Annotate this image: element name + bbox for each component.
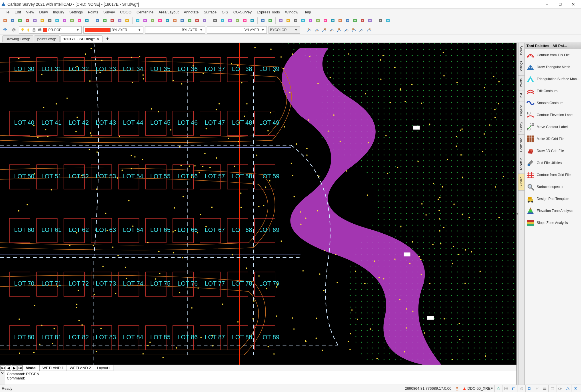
- target-button[interactable]: [300, 17, 306, 24]
- palette-tab-inquiry[interactable]: Inquiry: [518, 43, 524, 58]
- close-button[interactable]: [567, 0, 580, 9]
- wave2-button[interactable]: [352, 17, 358, 24]
- cursor-button[interactable]: [377, 17, 384, 24]
- menu-survey[interactable]: Survey: [101, 9, 117, 15]
- clock-button[interactable]: [314, 17, 321, 24]
- command-close-button[interactable]: ✕: [0, 371, 5, 385]
- palette-tab-text[interactable]: Text: [518, 90, 524, 102]
- highway-button[interactable]: [54, 17, 61, 24]
- curve-button[interactable]: [17, 17, 23, 24]
- layout-tab-layout1[interactable]: Layout1: [94, 365, 113, 371]
- layer-combo[interactable]: PR-EOP ▾: [19, 26, 82, 34]
- palette-item-grid3d[interactable]: Make 3D Grid File: [525, 133, 581, 145]
- palette-item-tri-surface[interactable]: Triangulation Surface Man...: [525, 73, 581, 85]
- status-osnap-toggle[interactable]: [525, 385, 533, 392]
- locate-button[interactable]: [9, 17, 16, 24]
- menu-cg-survey[interactable]: CG-Survey: [231, 9, 254, 15]
- palette-tab-surface[interactable]: Surface: [518, 174, 524, 191]
- menu-edit[interactable]: Edit: [12, 9, 23, 15]
- arrow-button[interactable]: [384, 17, 391, 24]
- plus-button[interactable]: [307, 17, 314, 24]
- status-grid-toggle[interactable]: [502, 385, 510, 392]
- status-model-toggle[interactable]: [548, 385, 556, 392]
- palette-item-move-label[interactable]: 1010Move Contour Label: [525, 121, 581, 133]
- osnap-tangent-button[interactable]: [328, 27, 335, 33]
- file-tab[interactable]: points.dwg*: [34, 35, 59, 42]
- layers-button[interactable]: [39, 17, 46, 24]
- excavator-button[interactable]: [46, 17, 53, 24]
- layer-properties-button[interactable]: [10, 27, 17, 33]
- status-snap-toggle[interactable]: [494, 385, 502, 392]
- tab-first-button[interactable]: ⏮: [0, 365, 5, 371]
- close-icon[interactable]: ✕: [96, 37, 99, 41]
- menu-draw[interactable]: Draw: [37, 9, 50, 15]
- tab-next-button[interactable]: ▶: [12, 365, 17, 371]
- new-button[interactable]: [134, 17, 141, 24]
- sheet-button[interactable]: [186, 17, 193, 24]
- palette-tab-points[interactable]: Points: [518, 76, 524, 90]
- palette-item-smooth[interactable]: Smooth Contours: [525, 97, 581, 109]
- palette-tab-centerline[interactable]: Centerline: [518, 135, 524, 155]
- props-button[interactable]: [234, 17, 241, 24]
- status-lwt-toggle[interactable]: [541, 385, 548, 392]
- layout-tab-model[interactable]: Model: [23, 365, 40, 371]
- window-button[interactable]: [259, 17, 266, 24]
- osnap-node-button[interactable]: [343, 27, 350, 33]
- palette-item-contour-tin[interactable]: Contour from TIN File: [525, 49, 581, 61]
- menu-help[interactable]: Help: [301, 9, 313, 15]
- palette-item-grid-util[interactable]: Grid File Utilities: [525, 157, 581, 169]
- menu-cogo[interactable]: COGO: [118, 9, 134, 15]
- stack-button[interactable]: [157, 17, 163, 24]
- palette-tab-polyline[interactable]: Polyline: [518, 102, 524, 119]
- lineweight-combo[interactable]: BYLAYER ▾: [207, 26, 267, 34]
- status-person-icon[interactable]: [453, 385, 461, 392]
- menu-window[interactable]: Window: [283, 9, 300, 15]
- status-annoscale-toggle[interactable]: [564, 385, 572, 392]
- palette-item-draw3d[interactable]: Draw 3D Grid File: [525, 145, 581, 157]
- menu-area-layout[interactable]: Area/Layout: [156, 9, 181, 15]
- status-annovisibility-toggle[interactable]: [572, 385, 579, 392]
- pick-button[interactable]: [94, 17, 101, 24]
- palette-item-elev-label[interactable]: 10Contour Elevation Label: [525, 109, 581, 121]
- status-xref[interactable]: DDC-50_XREF: [461, 385, 494, 392]
- grid-button[interactable]: [194, 17, 201, 24]
- layout-tab-wetland-1[interactable]: WETLAND 1: [39, 365, 67, 371]
- palette-item-slope-zone[interactable]: Slope Zone Analysis: [525, 217, 581, 229]
- tab-prev-button[interactable]: ◀: [6, 365, 11, 371]
- truck-button[interactable]: [109, 17, 116, 24]
- tab-last-button[interactable]: ⏭: [17, 365, 23, 371]
- status-polar-toggle[interactable]: [518, 385, 525, 392]
- menu-view[interactable]: View: [24, 9, 36, 15]
- palette-item-inspector[interactable]: Surface Inspector: [525, 181, 581, 193]
- wave-button[interactable]: [344, 17, 351, 24]
- drawing-canvas[interactable]: LOT 30LOT 31LOT 32LOT 33LOT 34LOT 35LOT …: [0, 43, 516, 365]
- image-button[interactable]: [171, 17, 178, 24]
- clipboard-button[interactable]: [76, 17, 83, 24]
- circle-button[interactable]: [366, 17, 373, 24]
- status-otrack-toggle[interactable]: [533, 385, 541, 392]
- dozer-button[interactable]: [267, 17, 274, 24]
- linetype-combo[interactable]: BYLAYER ▾: [145, 26, 205, 34]
- maximize-button[interactable]: [554, 0, 567, 9]
- osnap-endpoint-button[interactable]: [306, 27, 313, 33]
- arc-button[interactable]: [292, 17, 299, 24]
- palette-item-contour-grid[interactable]: Contour from Grid File: [525, 169, 581, 181]
- path-button[interactable]: [337, 17, 344, 24]
- command-prompt[interactable]: Command:: [7, 376, 515, 380]
- status-dyn-toggle[interactable]: [556, 385, 564, 392]
- osnap-midpoint-button[interactable]: [313, 27, 320, 33]
- palette-tab-survey[interactable]: Survey: [518, 119, 524, 135]
- door-button[interactable]: [124, 17, 131, 24]
- add-tab-button[interactable]: +: [103, 35, 111, 42]
- status-ortho-toggle[interactable]: [510, 385, 518, 392]
- locate2-button[interactable]: [212, 17, 219, 24]
- file-tab[interactable]: Drawing1.dwg*: [2, 35, 33, 42]
- cube-button[interactable]: [241, 17, 248, 24]
- palette-item-elev-zone[interactable]: Elevation Zone Analysis: [525, 205, 581, 217]
- photo-button[interactable]: [69, 17, 75, 24]
- menu-file[interactable]: File: [1, 9, 12, 15]
- gift-button[interactable]: [329, 17, 336, 24]
- osnap-intersect-button[interactable]: [358, 27, 365, 33]
- osnap-perp-button[interactable]: [336, 27, 342, 33]
- raster-button[interactable]: [83, 17, 90, 24]
